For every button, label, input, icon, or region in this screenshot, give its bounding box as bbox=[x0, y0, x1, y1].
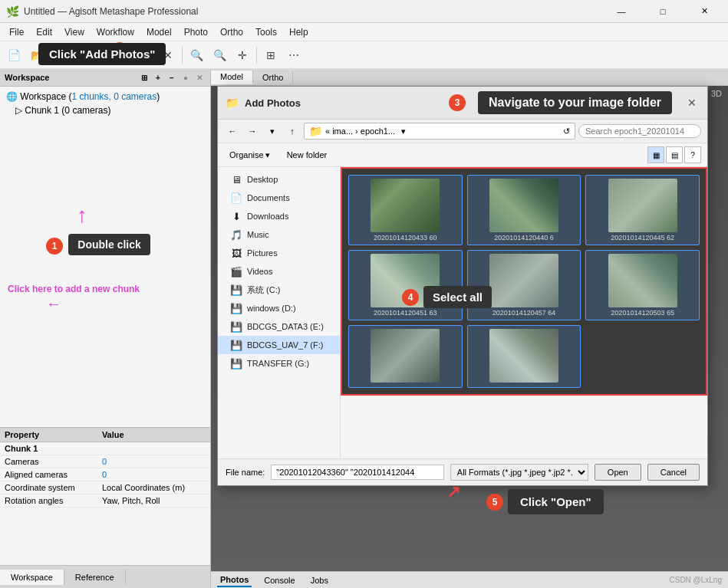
left-panel: Workspace ⊞ + − ● ✕ 🌐 Workspace (1 chunk… bbox=[0, 69, 211, 588]
sidebar-item-desktop[interactable]: 🖥 Desktop bbox=[218, 170, 340, 189]
chunk-1-item[interactable]: ▷ Chunk 1 (0 cameras) bbox=[3, 103, 207, 117]
file-thumb-3[interactable]: 20201014120451 63 bbox=[348, 250, 463, 320]
workspace-icon-2[interactable]: + bbox=[152, 71, 164, 84]
sidebar-item-drive-e[interactable]: 💾 BDCGS_DATA3 (E:) bbox=[218, 317, 340, 336]
tab-console[interactable]: Console bbox=[261, 574, 298, 586]
dialog-toolbar: Organise ▾ New folder ▦ ▤ ? bbox=[218, 143, 707, 167]
workspace-icon-1[interactable]: ⊞ bbox=[138, 71, 150, 84]
filename-input[interactable] bbox=[271, 465, 443, 480]
sidebar-item-drive-g[interactable]: 💾 TRANSFER (G:) bbox=[218, 354, 340, 373]
drive-e-icon: 💾 bbox=[230, 320, 242, 333]
tab-model[interactable]: Model bbox=[211, 71, 253, 84]
new-folder-button[interactable]: New folder bbox=[280, 148, 334, 162]
organise-button[interactable]: Organise ▾ bbox=[224, 148, 275, 163]
main-area: Workspace ⊞ + − ● ✕ 🌐 Workspace (1 chunk… bbox=[0, 69, 728, 588]
nav-path[interactable]: 📁 « ima... › epoch1... ▾ ↺ bbox=[304, 123, 575, 140]
toolbar-move[interactable]: ✛ bbox=[232, 44, 253, 66]
properties-section: Property Value Chunk 1 Cameras 0 Aligned… bbox=[0, 427, 210, 565]
tab-workspace[interactable]: Workspace bbox=[0, 570, 64, 585]
workspace-icon-3[interactable]: − bbox=[166, 71, 178, 84]
main-toolbar: 📄 📂 💾 📷 2 Click "Add Photos" ⚙ ✂ ✕ 🔍 🔍 ✛… bbox=[0, 41, 728, 69]
menu-photo[interactable]: Photo bbox=[178, 25, 214, 39]
format-select[interactable]: All Formats (*.jpg *.jpeg *.jp2 *. bbox=[450, 464, 588, 481]
dialog-close-button[interactable]: ✕ bbox=[684, 95, 700, 110]
sidebar-label-drive-g: TRANSFER (G:) bbox=[247, 359, 309, 368]
workspace-root[interactable]: 🌐 Workspace (1 chunks, 0 cameras) bbox=[3, 90, 207, 103]
menu-workflow[interactable]: Workflow bbox=[91, 25, 140, 39]
left-bottom-tabs: Workspace Reference bbox=[0, 565, 210, 588]
thumb-image-6 bbox=[371, 329, 440, 383]
file-thumb-6[interactable] bbox=[348, 325, 463, 388]
open-button-dialog[interactable]: Open bbox=[595, 464, 641, 481]
sidebar-item-drive-c[interactable]: 💾 系统 (C:) bbox=[218, 281, 340, 299]
menu-view[interactable]: View bbox=[58, 25, 91, 39]
view-grid-button[interactable]: ▦ bbox=[647, 146, 664, 163]
app-icon: 🌿 bbox=[6, 5, 19, 18]
sidebar-item-drive-f[interactable]: 💾 BDCGS_UAV_7 (F:) bbox=[218, 336, 340, 354]
step-badge-1: 1 bbox=[46, 238, 63, 255]
new-chunk-annotation: Click here to add a new chunk bbox=[8, 284, 192, 294]
workspace-icon-5[interactable]: ✕ bbox=[193, 71, 206, 84]
sidebar-item-documents[interactable]: 📄 Documents bbox=[218, 189, 340, 207]
path-refresh[interactable]: ↺ bbox=[563, 126, 570, 136]
toolbar-dots[interactable]: ⋯ bbox=[283, 44, 305, 66]
help-button[interactable]: ? bbox=[684, 146, 701, 163]
sidebar-item-videos[interactable]: 🎬 Videos bbox=[218, 262, 340, 281]
bottom-bar: Photos Console Jobs CSDN @LxLng bbox=[211, 571, 728, 588]
prop-chunk-title: Chunk 1 bbox=[0, 442, 210, 455]
sidebar-item-drive-d[interactable]: 💾 windows (D:) bbox=[218, 299, 340, 317]
nav-forward-button[interactable]: → bbox=[244, 123, 261, 140]
file-thumb-4[interactable]: 20201014120457 64 bbox=[467, 250, 581, 320]
toolbar-zoom-out[interactable]: 🔍 bbox=[209, 44, 230, 66]
menu-file[interactable]: File bbox=[3, 25, 30, 39]
sidebar-label-downloads: Downloads bbox=[247, 212, 288, 221]
menu-edit[interactable]: Edit bbox=[30, 25, 58, 39]
downloads-icon: ⬇ bbox=[230, 210, 242, 222]
prop-col-property: Property bbox=[0, 428, 97, 442]
menu-tools[interactable]: Tools bbox=[249, 25, 283, 39]
toolbar-grid[interactable]: ⊞ bbox=[260, 44, 282, 66]
tab-reference[interactable]: Reference bbox=[64, 570, 126, 585]
menu-ortho[interactable]: Ortho bbox=[214, 25, 249, 39]
toolbar-zoom-in[interactable]: 🔍 bbox=[186, 44, 207, 66]
maximize-button[interactable]: □ bbox=[645, 0, 680, 23]
sidebar-item-music[interactable]: 🎵 Music bbox=[218, 225, 340, 244]
sidebar-label-drive-f: BDCGS_UAV_7 (F:) bbox=[247, 340, 323, 350]
minimize-button[interactable]: — bbox=[604, 0, 639, 23]
new-button[interactable]: 📄 bbox=[3, 44, 25, 66]
workspace-icon-4[interactable]: ● bbox=[180, 71, 192, 84]
file-grid: 20201014120433 60 20201014120440 6 20201… bbox=[341, 167, 707, 396]
cancel-button-dialog[interactable]: Cancel bbox=[647, 464, 700, 481]
prop-row-aligned: Aligned cameras 0 bbox=[0, 468, 210, 481]
menu-model[interactable]: Model bbox=[140, 25, 178, 39]
thumb-image-5 bbox=[608, 254, 677, 307]
nav-search-input[interactable] bbox=[578, 124, 701, 138]
organise-arrow: ▾ bbox=[265, 150, 270, 160]
sidebar-label-videos: Videos bbox=[247, 267, 272, 276]
workspace-title: Workspace bbox=[5, 73, 135, 82]
tab-jobs[interactable]: Jobs bbox=[308, 574, 331, 586]
nav-up-button[interactable]: ↑ bbox=[284, 123, 301, 140]
file-thumb-1[interactable]: 20201014120440 6 bbox=[467, 175, 581, 245]
close-button[interactable]: ✕ bbox=[687, 0, 722, 23]
file-thumb-5[interactable]: 20201014120503 65 bbox=[585, 250, 700, 320]
sidebar-label-desktop: Desktop bbox=[247, 175, 278, 184]
menu-help[interactable]: Help bbox=[283, 25, 315, 39]
sidebar-item-pictures[interactable]: 🖼 Pictures bbox=[218, 244, 340, 262]
workspace-tree: 🌐 Workspace (1 chunks, 0 cameras) ▷ Chun… bbox=[0, 87, 210, 120]
nav-back-button[interactable]: ← bbox=[224, 123, 241, 140]
path-folder-icon: 📁 bbox=[309, 125, 322, 137]
file-thumb-7[interactable] bbox=[467, 325, 581, 388]
sidebar-label-pictures: Pictures bbox=[247, 248, 278, 258]
thumb-label-0: 20201014120433 60 bbox=[374, 234, 437, 241]
sidebar-item-downloads[interactable]: ⬇ Downloads bbox=[218, 207, 340, 225]
file-thumb-2[interactable]: 20201014120445 62 bbox=[585, 175, 700, 245]
nav-dropdown-button[interactable]: ▾ bbox=[264, 123, 281, 140]
view-list-button[interactable]: ▤ bbox=[666, 146, 683, 163]
chunk-label: Chunk 1 (0 cameras) bbox=[25, 105, 110, 116]
thumb-image-2 bbox=[608, 179, 677, 232]
tab-ortho[interactable]: Ortho bbox=[253, 71, 294, 84]
thumb-image-7 bbox=[489, 329, 558, 383]
tab-photos[interactable]: Photos bbox=[217, 573, 252, 587]
file-thumb-0[interactable]: 20201014120433 60 bbox=[348, 175, 463, 245]
